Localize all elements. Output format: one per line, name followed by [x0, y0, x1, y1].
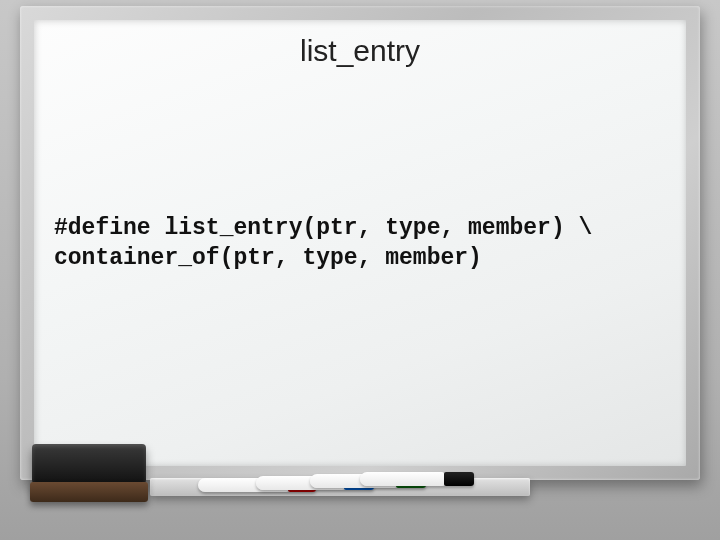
whiteboard-surface: list_entry #define list_entry(ptr, type,… [34, 20, 686, 466]
marker-body [360, 472, 444, 486]
slide-title: list_entry [34, 34, 686, 68]
marker-cap [444, 472, 474, 486]
slide-stage: list_entry #define list_entry(ptr, type,… [0, 0, 720, 540]
code-line-1: #define list_entry(ptr, type, member) \ [54, 215, 592, 241]
code-block: #define list_entry(ptr, type, member) \ … [54, 214, 592, 274]
whiteboard-frame: list_entry #define list_entry(ptr, type,… [20, 6, 700, 480]
whiteboard-eraser [30, 444, 148, 504]
marker-3 [360, 472, 474, 486]
code-line-2: container_of(ptr, type, member) [54, 245, 482, 271]
eraser-felt [30, 482, 148, 502]
eraser-grip [32, 444, 146, 484]
